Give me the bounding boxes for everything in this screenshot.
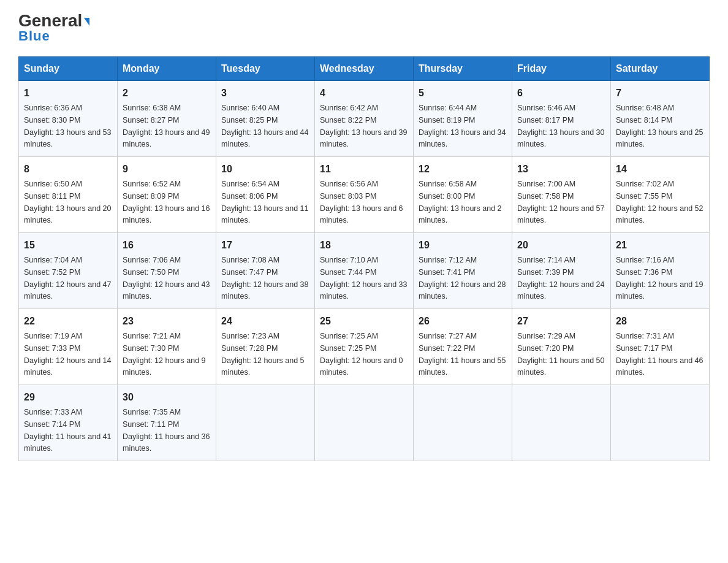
week-row-2: 8 Sunrise: 6:50 AMSunset: 8:11 PMDayligh…	[19, 157, 710, 233]
day-info: Sunrise: 6:46 AMSunset: 8:17 PMDaylight:…	[517, 104, 604, 148]
day-info: Sunrise: 7:21 AMSunset: 7:30 PMDaylight:…	[123, 332, 206, 377]
day-cell: 16 Sunrise: 7:06 AMSunset: 7:50 PMDaylig…	[118, 233, 216, 309]
day-number: 11	[320, 162, 408, 177]
day-info: Sunrise: 6:58 AMSunset: 8:00 PMDaylight:…	[419, 180, 502, 224]
day-cell: 13 Sunrise: 7:00 AMSunset: 7:58 PMDaylig…	[512, 157, 611, 233]
day-cell	[611, 385, 710, 461]
day-number: 13	[517, 162, 605, 177]
day-cell: 5 Sunrise: 6:44 AMSunset: 8:19 PMDayligh…	[414, 81, 512, 157]
day-info: Sunrise: 6:36 AMSunset: 8:30 PMDaylight:…	[24, 104, 111, 148]
header-wednesday: Wednesday	[315, 57, 414, 81]
daylight-hours: 11 hours and 41 minutes.	[24, 432, 111, 453]
daylight-hours: 12 hours and 9 minutes.	[123, 356, 206, 377]
daylight-hours: 11 hours and 55 minutes.	[419, 356, 506, 377]
header-friday: Friday	[512, 57, 611, 81]
day-cell: 4 Sunrise: 6:42 AMSunset: 8:22 PMDayligh…	[315, 81, 414, 157]
header-saturday: Saturday	[611, 57, 710, 81]
day-number: 6	[517, 86, 605, 101]
day-info: Sunrise: 7:27 AMSunset: 7:22 PMDaylight:…	[419, 332, 506, 377]
header-thursday: Thursday	[414, 57, 512, 81]
day-cell: 15 Sunrise: 7:04 AMSunset: 7:52 PMDaylig…	[19, 233, 118, 309]
day-cell: 18 Sunrise: 7:10 AMSunset: 7:44 PMDaylig…	[315, 233, 414, 309]
day-cell: 25 Sunrise: 7:25 AMSunset: 7:25 PMDaylig…	[315, 309, 414, 385]
day-info: Sunrise: 6:50 AMSunset: 8:11 PMDaylight:…	[24, 180, 111, 224]
day-info: Sunrise: 7:19 AMSunset: 7:33 PMDaylight:…	[24, 332, 111, 377]
day-number: 3	[221, 86, 309, 101]
day-cell: 12 Sunrise: 6:58 AMSunset: 8:00 PMDaylig…	[414, 157, 512, 233]
week-row-1: 1 Sunrise: 6:36 AMSunset: 8:30 PMDayligh…	[19, 81, 710, 157]
day-info: Sunrise: 6:48 AMSunset: 8:14 PMDaylight:…	[616, 104, 703, 148]
daylight-hours: 12 hours and 52 minutes.	[616, 204, 703, 225]
header-monday: Monday	[118, 57, 216, 81]
day-cell: 1 Sunrise: 6:36 AMSunset: 8:30 PMDayligh…	[19, 81, 118, 157]
day-number: 12	[419, 162, 507, 177]
day-number: 27	[517, 314, 605, 329]
day-info: Sunrise: 7:35 AMSunset: 7:11 PMDaylight:…	[123, 408, 210, 453]
calendar-table: SundayMondayTuesdayWednesdayThursdayFrid…	[18, 56, 710, 461]
day-cell: 20 Sunrise: 7:14 AMSunset: 7:39 PMDaylig…	[512, 233, 611, 309]
day-cell	[216, 385, 315, 461]
week-row-4: 22 Sunrise: 7:19 AMSunset: 7:33 PMDaylig…	[19, 309, 710, 385]
day-number: 7	[616, 86, 704, 101]
logo-general: General	[18, 12, 89, 29]
daylight-hours: 13 hours and 6 minutes.	[320, 204, 403, 225]
day-number: 28	[616, 314, 704, 329]
day-number: 19	[419, 238, 507, 253]
daylight-hours: 12 hours and 28 minutes.	[419, 280, 506, 301]
day-info: Sunrise: 6:42 AMSunset: 8:22 PMDaylight:…	[320, 104, 407, 148]
daylight-hours: 13 hours and 30 minutes.	[517, 128, 604, 149]
day-info: Sunrise: 7:02 AMSunset: 7:55 PMDaylight:…	[616, 180, 703, 224]
day-info: Sunrise: 6:40 AMSunset: 8:25 PMDaylight:…	[221, 104, 308, 148]
page-header: General Blue	[18, 12, 710, 44]
day-number: 24	[221, 314, 309, 329]
day-cell: 29 Sunrise: 7:33 AMSunset: 7:14 PMDaylig…	[19, 385, 118, 461]
daylight-hours: 13 hours and 53 minutes.	[24, 128, 111, 149]
day-number: 10	[221, 162, 309, 177]
day-number: 15	[24, 238, 112, 253]
week-row-3: 15 Sunrise: 7:04 AMSunset: 7:52 PMDaylig…	[19, 233, 710, 309]
day-number: 8	[24, 162, 112, 177]
day-cell: 17 Sunrise: 7:08 AMSunset: 7:47 PMDaylig…	[216, 233, 315, 309]
daylight-hours: 13 hours and 34 minutes.	[419, 128, 506, 149]
daylight-hours: 12 hours and 33 minutes.	[320, 280, 407, 301]
day-number: 18	[320, 238, 408, 253]
header-sunday: Sunday	[19, 57, 118, 81]
day-cell: 2 Sunrise: 6:38 AMSunset: 8:27 PMDayligh…	[118, 81, 216, 157]
day-number: 30	[123, 390, 211, 405]
daylight-hours: 11 hours and 46 minutes.	[616, 356, 703, 377]
day-number: 14	[616, 162, 704, 177]
week-row-5: 29 Sunrise: 7:33 AMSunset: 7:14 PMDaylig…	[19, 385, 710, 461]
daylight-hours: 12 hours and 43 minutes.	[123, 280, 210, 301]
day-cell	[315, 385, 414, 461]
daylight-hours: 11 hours and 50 minutes.	[517, 356, 604, 377]
day-cell: 6 Sunrise: 6:46 AMSunset: 8:17 PMDayligh…	[512, 81, 611, 157]
daylight-hours: 12 hours and 5 minutes.	[221, 356, 305, 377]
daylight-hours: 13 hours and 39 minutes.	[320, 128, 407, 149]
day-info: Sunrise: 7:12 AMSunset: 7:41 PMDaylight:…	[419, 256, 506, 301]
day-cell: 21 Sunrise: 7:16 AMSunset: 7:36 PMDaylig…	[611, 233, 710, 309]
logo-blue: Blue	[18, 28, 50, 44]
daylight-hours: 13 hours and 11 minutes.	[221, 204, 308, 225]
day-info: Sunrise: 6:44 AMSunset: 8:19 PMDaylight:…	[419, 104, 506, 148]
day-number: 5	[419, 86, 507, 101]
daylight-hours: 12 hours and 24 minutes.	[517, 280, 604, 301]
day-cell	[414, 385, 512, 461]
day-number: 21	[616, 238, 704, 253]
day-cell: 19 Sunrise: 7:12 AMSunset: 7:41 PMDaylig…	[414, 233, 512, 309]
day-number: 4	[320, 86, 408, 101]
daylight-hours: 13 hours and 2 minutes.	[419, 204, 502, 225]
daylight-hours: 13 hours and 25 minutes.	[616, 128, 703, 149]
day-info: Sunrise: 7:25 AMSunset: 7:25 PMDaylight:…	[320, 332, 403, 377]
day-number: 1	[24, 86, 112, 101]
daylight-hours: 13 hours and 16 minutes.	[123, 204, 210, 225]
day-cell: 22 Sunrise: 7:19 AMSunset: 7:33 PMDaylig…	[19, 309, 118, 385]
daylight-hours: 12 hours and 0 minutes.	[320, 356, 403, 377]
day-number: 17	[221, 238, 309, 253]
day-info: Sunrise: 6:38 AMSunset: 8:27 PMDaylight:…	[123, 104, 210, 148]
day-cell: 26 Sunrise: 7:27 AMSunset: 7:22 PMDaylig…	[414, 309, 512, 385]
day-cell: 8 Sunrise: 6:50 AMSunset: 8:11 PMDayligh…	[19, 157, 118, 233]
day-number: 22	[24, 314, 112, 329]
day-cell: 11 Sunrise: 6:56 AMSunset: 8:03 PMDaylig…	[315, 157, 414, 233]
day-info: Sunrise: 7:04 AMSunset: 7:52 PMDaylight:…	[24, 256, 111, 301]
day-cell: 3 Sunrise: 6:40 AMSunset: 8:25 PMDayligh…	[216, 81, 315, 157]
